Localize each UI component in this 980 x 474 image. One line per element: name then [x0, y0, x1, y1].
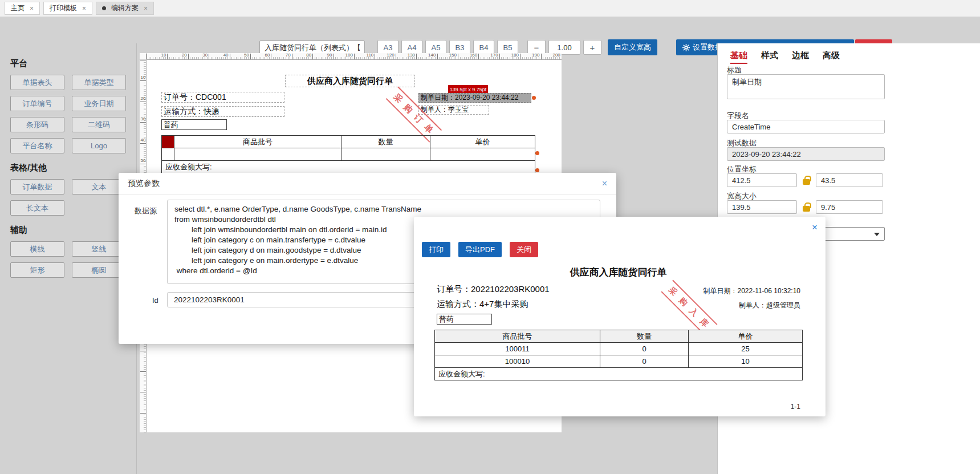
sidebar-tool-button[interactable]: 单据类型 [72, 75, 126, 90]
ruler-number: 10 [140, 60, 147, 80]
preview-table-cell: 25 [689, 343, 803, 355]
table-footer-cell[interactable]: 应收金额大写: [162, 161, 535, 173]
lock-icon[interactable] [803, 206, 810, 212]
tab-close-icon[interactable]: × [144, 5, 148, 12]
preview-table-header: 数量 [600, 330, 689, 343]
order-no-element[interactable]: 订单号：CDC001 [161, 92, 284, 103]
nav-tab-print-template[interactable]: 打印模板 × [43, 2, 92, 15]
ruler-number: 140 [416, 52, 437, 58]
selection-handle[interactable] [535, 168, 539, 172]
tab-close-icon[interactable]: × [82, 5, 86, 12]
ruler-number: 120 [375, 52, 395, 58]
preview-table-cell: 100011 [435, 343, 600, 355]
table-cell[interactable] [174, 148, 341, 161]
sidebar-tool-button[interactable]: 竖线 [72, 241, 126, 257]
sidebar-tool-button[interactable]: 二维码 [72, 117, 126, 132]
sidebar-tool-button[interactable]: 长文本 [10, 200, 64, 216]
height-input[interactable] [816, 200, 883, 214]
nav-tab-edit-scheme[interactable]: 编辑方案 × [96, 2, 154, 15]
table-header-cell[interactable]: 单价 [430, 136, 535, 148]
sidebar-tool-button[interactable]: 矩形 [10, 262, 64, 278]
sidebar-section-table-other: 表格/其他 [10, 163, 126, 173]
doc-title-element[interactable]: 供应商入库随货同行单 [285, 75, 415, 87]
ruler-number: 110 [354, 52, 375, 58]
tab-advanced[interactable]: 高级 [823, 50, 840, 64]
ruler-number: 170 [478, 52, 499, 58]
sidebar-tool-button[interactable]: 订单编号 [10, 96, 64, 111]
close-icon[interactable]: × [812, 222, 818, 233]
sidebar-tool-button[interactable]: 业务日期 [72, 96, 126, 111]
size-badge: 139.5pt x 9.75pt [448, 85, 488, 94]
preview-table-header: 单价 [689, 330, 803, 343]
preview-order-no: 订单号：2022102203RK0001 [437, 284, 550, 295]
datasource-label: 数据源 [135, 206, 157, 216]
selected-table-cell[interactable] [162, 136, 174, 148]
print-button[interactable]: 打印 [422, 242, 450, 257]
sidebar-tool-button[interactable]: 订单数据 [10, 179, 64, 195]
table-header-cell[interactable]: 商品批号 [174, 136, 341, 148]
width-input[interactable] [727, 200, 797, 214]
close-button[interactable]: 关闭 [510, 242, 538, 257]
ruler-number: 20 [167, 52, 188, 58]
nav-tab-label: 打印模板 [50, 3, 77, 13]
app: 主页 × 打印模板 × 编辑方案 × A3A4A5B3B4B5 − + 自定义宽… [0, 0, 980, 474]
tab-border[interactable]: 边框 [792, 50, 809, 64]
preview-doc-title: 供应商入库随货同行单 [434, 266, 802, 279]
sidebar-tool-button[interactable]: 椭圆 [72, 262, 126, 278]
selection-handle[interactable] [535, 151, 539, 155]
create-date-element-selected[interactable]: 制单日期：2023-09-20 23:44:22 [418, 93, 531, 103]
tab-close-icon[interactable]: × [30, 5, 34, 12]
table-row: 100011 0 25 [435, 343, 803, 355]
ruler-number: 130 [396, 52, 416, 58]
horizontal-ruler: 1020304050607080901001101201301401501601… [147, 53, 562, 60]
lock-icon[interactable] [803, 179, 810, 185]
modal-title: 预览参数 [128, 179, 160, 189]
preview-data-table: 商品批号 数量 单价 100011 0 25 100010 0 10 应收金额大… [434, 330, 803, 380]
selection-handle[interactable] [532, 96, 536, 100]
table-other-buttons: 订单数据文本长文本 [10, 179, 126, 216]
sidebar-tool-button[interactable]: 横线 [10, 241, 64, 257]
custom-size-button[interactable]: 自定义宽高 [608, 39, 657, 55]
chevron-down-icon [874, 233, 880, 236]
ruler-number: 20 [140, 80, 147, 101]
export-pdf-button[interactable]: 导出PDF [458, 242, 502, 257]
creator-element[interactable]: 制单人：季玉宝 [418, 105, 489, 115]
table-cell[interactable] [430, 148, 535, 161]
ruler-number: 10 [147, 52, 167, 58]
preview-table-cell: 10 [689, 355, 803, 368]
gear-icon [682, 44, 690, 51]
position-y-input[interactable] [816, 173, 883, 187]
preview-transport: 运输方式：4+7集中采购 [437, 299, 528, 310]
preview-table-cell: 100010 [435, 355, 600, 368]
zoom-in-button[interactable]: + [583, 40, 601, 55]
sidebar-section-platform: 平台 [10, 58, 126, 69]
sidebar-tool-button[interactable]: Logo [72, 138, 126, 153]
transport-element[interactable]: 运输方式：快递 [161, 106, 284, 117]
table-row: 100010 0 10 [435, 355, 803, 368]
ruler-number: 50 [230, 52, 250, 58]
tab-basic[interactable]: 基础 [730, 50, 747, 64]
ruler-number: 30 [140, 102, 147, 122]
ruler-number: 150 [437, 52, 457, 58]
field-name-input[interactable] [727, 120, 885, 133]
table-header-cell[interactable]: 数量 [341, 136, 430, 148]
canvas-data-table[interactable]: 商品批号 数量 单价 应收金额大写: [161, 135, 535, 173]
table-cell[interactable] [162, 148, 174, 161]
tab-style[interactable]: 样式 [761, 50, 778, 64]
position-row [727, 173, 883, 187]
auxiliary-buttons: 横线竖线矩形椭圆 [10, 241, 126, 278]
sidebar-tool-button[interactable]: 条形码 [10, 117, 64, 132]
preview-create-date: 制单日期：2022-11-06 10:32:10 [703, 286, 800, 296]
sidebar-tool-button[interactable]: 文本 [72, 179, 126, 195]
close-icon[interactable]: × [602, 179, 607, 189]
position-x-input[interactable] [727, 173, 797, 187]
test-data-input[interactable] [727, 147, 885, 161]
table-cell[interactable] [341, 148, 430, 161]
preview-table-footer: 应收金额大写: [435, 368, 803, 380]
sidebar-tool-button[interactable]: 平台名称 [10, 138, 64, 153]
sidebar-tool-button[interactable]: 单据表头 [10, 75, 64, 90]
drug-type-element[interactable]: 普药 [161, 119, 227, 130]
title-input[interactable]: 制单日期 [727, 74, 885, 99]
nav-tab-home[interactable]: 主页 × [5, 2, 40, 15]
ruler-number: 40 [140, 122, 147, 143]
